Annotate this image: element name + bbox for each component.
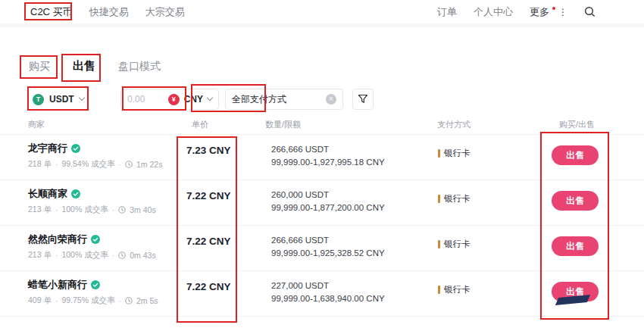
price: 7.22 CNY bbox=[186, 190, 231, 201]
header-price: 单价 bbox=[192, 119, 208, 130]
payment-method: 银行卡 bbox=[438, 193, 470, 205]
search-icon[interactable] bbox=[584, 6, 596, 17]
offer-list: 龙宇商行 218 单 99.54% 成交率 1m 22s 7.23 CNY 26… bbox=[0, 134, 644, 317]
nav-right: 订单 个人中心 更多 ⋮ bbox=[437, 5, 596, 19]
filter-button[interactable] bbox=[352, 89, 374, 110]
payment-method-select[interactable]: 全部支付方式 × bbox=[225, 89, 343, 110]
funnel-icon bbox=[358, 94, 368, 105]
release-time: 3m 40s bbox=[130, 205, 155, 214]
verified-badge-icon bbox=[91, 280, 100, 289]
order-limit: 99,999.00-1,877,200.00 CNY bbox=[271, 201, 385, 214]
clock-icon bbox=[118, 206, 126, 214]
release-time: 2m 5s bbox=[136, 296, 158, 305]
available-amount: 266,666 USDT bbox=[271, 234, 385, 247]
sell-button[interactable]: 出售 bbox=[552, 236, 599, 256]
c2c-trading-page: C2C 买币 快捷交易 大宗交易 订单 个人中心 更多 ⋮ 购买 出售 盘口模式… bbox=[0, 0, 644, 328]
amount-limit-cell: 260,000 USDT 99,999.00-1,877,200.00 CNY bbox=[271, 189, 385, 214]
nav-item-more[interactable]: 更多 ⋮ bbox=[530, 5, 567, 19]
mode-tabs: 购买 出售 盘口模式 bbox=[29, 59, 161, 73]
table-row: 龙宇商行 218 单 99.54% 成交率 1m 22s 7.23 CNY 26… bbox=[0, 135, 644, 180]
orders-count: 218 单 bbox=[28, 159, 52, 170]
verified-badge-icon bbox=[91, 235, 100, 244]
clock-icon bbox=[125, 297, 133, 305]
clock-icon bbox=[125, 161, 133, 168]
chevron-down-icon bbox=[207, 95, 213, 101]
amount-input[interactable] bbox=[127, 94, 156, 105]
nav-item-orders[interactable]: 订单 bbox=[437, 5, 457, 19]
crypto-select[interactable]: T USDT bbox=[28, 89, 89, 110]
available-amount: 260,000 USDT bbox=[271, 189, 385, 201]
amount-limit-cell: 266,666 USDT 99,999.00-1,927,995.18 CNY bbox=[271, 143, 385, 169]
amount-fiat-group: ¥ CNY bbox=[120, 89, 219, 110]
completion-rate: 99.54% 成交率 bbox=[61, 159, 114, 170]
completion-rate: 100% 成交率 bbox=[61, 250, 108, 261]
header-payment-method: 支付方式 bbox=[437, 119, 470, 130]
bank-card-tag-icon bbox=[438, 149, 440, 158]
verified-badge-icon bbox=[71, 144, 80, 153]
completion-rate: 99.75% 成交率 bbox=[61, 295, 114, 306]
merchant-name[interactable]: 长顺商家 bbox=[28, 187, 67, 201]
release-time: 0m 43s bbox=[130, 251, 155, 260]
bank-card-tag-icon bbox=[438, 286, 440, 294]
merchant-stats: 213 单 100% 成交率 0m 43s bbox=[28, 250, 156, 261]
verified-badge-icon bbox=[71, 189, 80, 198]
sell-button[interactable]: 出售 bbox=[552, 145, 599, 165]
payment-label: 银行卡 bbox=[444, 284, 470, 295]
price: 7.22 CNY bbox=[186, 236, 231, 247]
notification-dot-icon bbox=[552, 7, 555, 10]
table-row: 然然向荣商行 213 单 100% 成交率 0m 43s 7.22 CNY 26… bbox=[0, 226, 644, 271]
header-buy-sell: 购买/出售 bbox=[559, 119, 595, 130]
nav-item-block-trade[interactable]: 大宗交易 bbox=[145, 5, 185, 19]
nav-item-c2c-buy[interactable]: C2C 买币 bbox=[30, 5, 73, 19]
merchant-stats: 213 单 100% 成交率 3m 40s bbox=[28, 205, 156, 215]
payment-label: 银行卡 bbox=[444, 193, 470, 205]
tab-buy[interactable]: 购买 bbox=[29, 60, 50, 73]
nav-item-quick-trade[interactable]: 快捷交易 bbox=[89, 5, 129, 19]
payment-method: 银行卡 bbox=[438, 284, 470, 295]
orders-count: 213 单 bbox=[28, 205, 52, 215]
tab-orderbook-mode[interactable]: 盘口模式 bbox=[118, 60, 161, 73]
orders-count: 213 单 bbox=[28, 250, 52, 261]
crypto-select-value: USDT bbox=[49, 94, 74, 105]
vertical-dots-icon: ⋮ bbox=[558, 7, 567, 17]
payment-method: 银行卡 bbox=[438, 148, 470, 159]
available-amount: 227,000 USDT bbox=[271, 280, 385, 292]
fiat-select[interactable]: ¥ CNY bbox=[168, 94, 212, 105]
amount-limit-cell: 227,000 USDT 99,999.00-1,638,940.00 CNY bbox=[271, 280, 385, 305]
merchant-name[interactable]: 蜡笔小新商行 bbox=[28, 278, 87, 292]
price: 7.23 CNY bbox=[186, 145, 231, 156]
merchant-name[interactable]: 龙宇商行 bbox=[28, 142, 67, 155]
clear-icon[interactable]: × bbox=[326, 94, 336, 105]
tab-sell[interactable]: 出售 bbox=[73, 59, 95, 73]
fiat-select-value: CNY bbox=[184, 94, 203, 105]
payment-label: 银行卡 bbox=[444, 148, 470, 159]
merchant-stats: 409 单 99.75% 成交率 2m 5s bbox=[28, 295, 158, 306]
payment-method: 银行卡 bbox=[438, 239, 470, 250]
sell-button[interactable]: 出售 bbox=[552, 191, 599, 211]
payment-select-value: 全部支付方式 bbox=[232, 93, 286, 106]
available-amount: 266,666 USDT bbox=[271, 143, 385, 156]
more-label: 更多 bbox=[530, 5, 549, 19]
bank-card-tag-icon bbox=[438, 240, 440, 248]
nav-item-profile[interactable]: 个人中心 bbox=[474, 5, 513, 19]
price: 7.22 CNY bbox=[186, 281, 231, 292]
order-limit: 99,999.00-1,925,328.52 CNY bbox=[271, 247, 385, 260]
order-limit: 99,999.00-1,927,995.18 CNY bbox=[271, 156, 385, 169]
nav-separator bbox=[0, 23, 644, 27]
table-row: 长顺商家 213 单 100% 成交率 3m 40s 7.22 CNY 260,… bbox=[0, 180, 644, 226]
cny-icon: ¥ bbox=[168, 94, 180, 105]
table-row: 蜡笔小新商行 409 单 99.75% 成交率 2m 5s 7.22 CNY 2… bbox=[0, 271, 644, 317]
filter-bar: T USDT ¥ CNY 全部支付方式 × bbox=[28, 89, 374, 110]
clock-icon bbox=[118, 251, 126, 259]
order-limit: 99,999.00-1,638,940.00 CNY bbox=[271, 292, 385, 305]
orders-count: 409 单 bbox=[28, 295, 52, 306]
chevron-down-icon bbox=[78, 95, 84, 101]
merchant-cell: 长顺商家 213 单 100% 成交率 3m 40s bbox=[28, 187, 156, 215]
completion-rate: 100% 成交率 bbox=[61, 205, 108, 215]
table-header: 商家 单价 数量/限额 支付方式 购买/出售 bbox=[0, 119, 644, 131]
amount-limit-cell: 266,666 USDT 99,999.00-1,925,328.52 CNY bbox=[271, 234, 385, 260]
usdt-icon: T bbox=[33, 94, 44, 105]
merchant-name[interactable]: 然然向荣商行 bbox=[28, 233, 87, 246]
header-amount-limit: 数量/限额 bbox=[265, 119, 301, 130]
merchant-cell: 龙宇商行 218 单 99.54% 成交率 1m 22s bbox=[28, 142, 162, 170]
